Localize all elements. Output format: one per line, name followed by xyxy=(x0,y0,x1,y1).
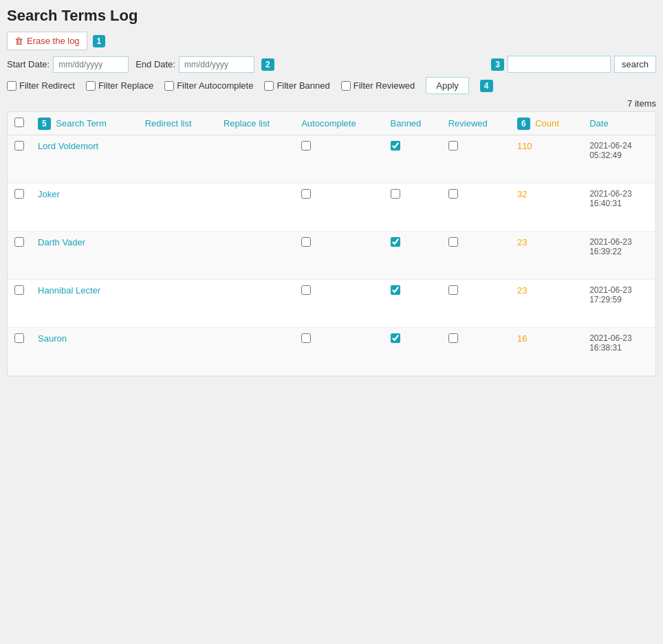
row-select-checkbox[interactable] xyxy=(14,285,24,295)
erase-log-label: Erase the log xyxy=(27,36,80,46)
search-input[interactable] xyxy=(508,56,611,73)
row-replace xyxy=(217,328,294,376)
row-reviewed-checkbox[interactable] xyxy=(448,285,458,295)
row-select-checkbox[interactable] xyxy=(14,333,24,343)
col-count: 6 Count xyxy=(510,112,583,135)
end-date-label: End Date: xyxy=(135,59,175,69)
row-reviewed[interactable] xyxy=(442,280,510,328)
row-date: 2021-06-23 16:38:31 xyxy=(583,328,655,376)
row-count: 110 xyxy=(510,135,583,184)
search-button[interactable]: search xyxy=(614,56,656,73)
search-term-link[interactable]: Darth Vader xyxy=(38,237,85,247)
row-search-term[interactable]: Lord Voldemort xyxy=(31,135,138,184)
row-checkbox-cell[interactable] xyxy=(8,184,31,232)
row-search-term[interactable]: Joker xyxy=(31,184,138,232)
col-date: Date xyxy=(583,112,655,135)
filter-banned-label[interactable]: Filter Banned xyxy=(264,80,329,91)
row-checkbox-cell[interactable] xyxy=(8,328,31,376)
row-select-checkbox[interactable] xyxy=(14,189,24,199)
row-autocomplete[interactable] xyxy=(294,328,383,376)
row-reviewed[interactable] xyxy=(442,328,510,376)
row-autocomplete[interactable] xyxy=(294,280,383,328)
row-select-checkbox[interactable] xyxy=(14,141,24,151)
table-row: Sauron162021-06-23 16:38:31 xyxy=(8,328,655,376)
row-autocomplete[interactable] xyxy=(294,184,383,232)
filter-redirect-label[interactable]: Filter Redirect xyxy=(7,80,75,91)
table-row: Hannibal Lecter232021-06-23 17:29:59 xyxy=(8,280,655,328)
row-date: 2021-06-23 16:39:22 xyxy=(583,232,655,280)
row-replace xyxy=(217,184,294,232)
row-reviewed-checkbox[interactable] xyxy=(448,333,458,343)
row-autocomplete-checkbox[interactable] xyxy=(301,285,311,295)
row-replace xyxy=(217,135,294,184)
row-autocomplete-checkbox[interactable] xyxy=(301,333,311,343)
row-search-term[interactable]: Hannibal Lecter xyxy=(31,280,138,328)
col-replace-list: Replace list xyxy=(217,112,294,135)
row-redirect xyxy=(138,135,217,184)
search-group: 3 search xyxy=(491,56,656,73)
row-banned[interactable] xyxy=(384,232,442,280)
row-banned-checkbox[interactable] xyxy=(391,285,400,295)
row-autocomplete-checkbox[interactable] xyxy=(301,189,311,199)
row-date: 2021-06-23 16:40:31 xyxy=(583,184,655,232)
apply-button[interactable]: Apply xyxy=(426,77,469,94)
end-date-input[interactable] xyxy=(179,56,254,73)
row-checkbox-cell[interactable] xyxy=(8,232,31,280)
filter-reviewed-label[interactable]: Filter Reviewed xyxy=(341,80,415,91)
search-terms-table: 5 Search Term Redirect list Replace list… xyxy=(8,112,655,376)
filter-banned-checkbox[interactable] xyxy=(264,81,274,91)
row-autocomplete[interactable] xyxy=(294,232,383,280)
filter-autocomplete-label[interactable]: Filter Autocomplete xyxy=(164,80,253,91)
search-term-link[interactable]: Sauron xyxy=(38,333,67,344)
row-banned-checkbox[interactable] xyxy=(391,237,400,247)
row-banned[interactable] xyxy=(384,328,442,376)
badge-4: 4 xyxy=(480,80,493,92)
row-reviewed[interactable] xyxy=(442,135,510,184)
row-banned[interactable] xyxy=(384,184,442,232)
row-reviewed[interactable] xyxy=(442,232,510,280)
row-reviewed-checkbox[interactable] xyxy=(448,189,458,199)
col-reviewed: Reviewed xyxy=(442,112,510,135)
filter-replace-label[interactable]: Filter Replace xyxy=(86,80,153,91)
row-banned-checkbox[interactable] xyxy=(391,189,400,199)
search-term-link[interactable]: Joker xyxy=(38,189,60,199)
toolbar: 🗑 Erase the log 1 xyxy=(7,32,656,50)
row-reviewed-checkbox[interactable] xyxy=(448,141,458,151)
data-table-wrapper: 5 Search Term Redirect list Replace list… xyxy=(7,111,656,377)
table-row: Darth Vader232021-06-23 16:39:22 xyxy=(8,232,655,280)
filter-reviewed-checkbox[interactable] xyxy=(341,81,351,91)
row-reviewed-checkbox[interactable] xyxy=(448,237,458,247)
col-redirect-list: Redirect list xyxy=(138,112,217,135)
row-banned[interactable] xyxy=(384,280,442,328)
row-banned[interactable] xyxy=(384,135,442,184)
search-term-link[interactable]: Lord Voldemort xyxy=(38,141,98,151)
row-autocomplete[interactable] xyxy=(294,135,383,184)
start-date-input[interactable] xyxy=(53,56,129,73)
row-count: 32 xyxy=(510,184,583,232)
row-autocomplete-checkbox[interactable] xyxy=(301,237,311,247)
row-count: 23 xyxy=(510,232,583,280)
select-all-checkbox[interactable] xyxy=(14,118,24,127)
row-checkbox-cell[interactable] xyxy=(8,135,31,184)
filter-autocomplete-checkbox[interactable] xyxy=(164,81,174,91)
filter-redirect-checkbox[interactable] xyxy=(7,81,17,91)
filter-reviewed-text: Filter Reviewed xyxy=(354,80,415,91)
col-select-all[interactable] xyxy=(8,112,31,135)
filter-banned-text: Filter Banned xyxy=(276,80,329,91)
badge-2: 2 xyxy=(261,58,274,71)
row-autocomplete-checkbox[interactable] xyxy=(301,141,311,151)
row-redirect xyxy=(138,280,217,328)
row-banned-checkbox[interactable] xyxy=(391,141,400,151)
row-select-checkbox[interactable] xyxy=(14,237,24,247)
erase-log-button[interactable]: 🗑 Erase the log xyxy=(7,32,87,50)
row-banned-checkbox[interactable] xyxy=(391,333,400,343)
search-term-link[interactable]: Hannibal Lecter xyxy=(38,285,100,296)
row-search-term[interactable]: Sauron xyxy=(31,328,138,376)
date-filter-row: Start Date: End Date: 2 3 search xyxy=(7,56,656,73)
row-search-term[interactable]: Darth Vader xyxy=(31,232,138,280)
row-reviewed[interactable] xyxy=(442,184,510,232)
row-checkbox-cell[interactable] xyxy=(8,280,31,328)
col-search-term: 5 Search Term xyxy=(31,112,138,135)
row-date: 2021-06-24 05:32:49 xyxy=(583,135,655,184)
filter-replace-checkbox[interactable] xyxy=(86,81,96,91)
